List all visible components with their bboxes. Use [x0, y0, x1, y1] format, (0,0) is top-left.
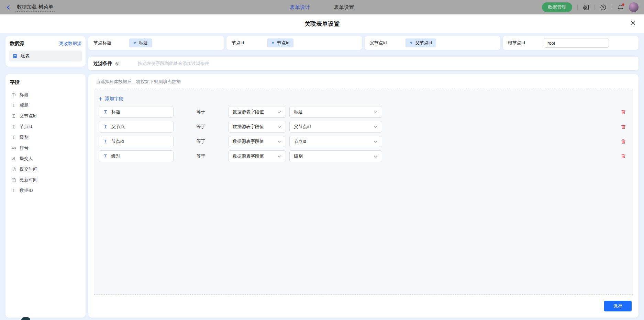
field-item[interactable]: 级别 — [10, 132, 81, 142]
divider — [595, 4, 595, 10]
fields-card: 字段 标题 标题 父节点id — [5, 74, 86, 318]
divider — [577, 4, 578, 10]
rule-field-label: 父节点 — [111, 124, 125, 130]
back-icon[interactable] — [5, 4, 11, 10]
field-tag[interactable]: 标题 — [129, 38, 152, 47]
field-label: 数据ID — [20, 187, 33, 194]
field-item[interactable]: 标题 — [10, 89, 81, 100]
datasource-table-item[interactable]: 底表 — [9, 50, 82, 61]
rule-operator: 等于 — [174, 124, 228, 130]
text-icon — [11, 103, 16, 108]
rule-operator: 等于 — [174, 109, 228, 115]
notification-dot — [622, 3, 624, 6]
data-manage-button[interactable]: 数据管理 — [542, 2, 572, 12]
rule-operator: 等于 — [174, 138, 228, 145]
rule-row: 标题 等于 数据源表字段值 标题 — [99, 106, 626, 118]
person-icon — [11, 156, 16, 161]
field-item[interactable]: 父节点id — [10, 111, 81, 121]
field-item[interactable]: 更新时间 — [10, 174, 81, 185]
change-datasource-link[interactable]: 更改数据源 — [59, 41, 81, 47]
mapping-card: 父节点id 父节点id — [365, 36, 500, 50]
tab-form-design[interactable]: 表单设计 — [290, 4, 310, 11]
avatar[interactable] — [629, 2, 639, 12]
bell-icon[interactable] — [617, 4, 624, 11]
field-item[interactable]: 数据ID — [10, 185, 81, 196]
rule-source-select[interactable]: 数据源表字段值 — [228, 121, 286, 133]
field-item[interactable]: 123 序号 — [10, 142, 81, 153]
trash-icon[interactable] — [621, 153, 626, 159]
rules-hint: 当选择具体数据后，将按如下规则填充数据 — [88, 74, 639, 89]
rule-field[interactable]: 标题 — [99, 106, 174, 118]
caret-down-icon — [133, 42, 136, 45]
rule-value-select[interactable]: 父节点id — [289, 121, 382, 133]
mapping-card-root: 根节点Id — [503, 36, 639, 50]
save-button[interactable]: 保存 — [604, 301, 632, 311]
field-item[interactable]: 提交时间 — [10, 164, 81, 174]
topbar-tabs: 表单设计 表单设置 — [290, 0, 354, 14]
modal-body: 数据源 更改数据源 底表 字段 标题 — [0, 33, 644, 320]
trash-icon[interactable] — [621, 109, 626, 115]
rule-row: 级别 等于 数据源表字段值 级别 — [99, 150, 626, 162]
main-area: 节点标题 标题 节点id 节点id — [88, 36, 639, 318]
field-label: 提交人 — [20, 156, 33, 162]
field-item[interactable]: 提交人 — [10, 153, 81, 164]
field-item[interactable]: 标题 — [10, 100, 81, 111]
modal-footer: 保存 — [88, 295, 639, 318]
floating-widget[interactable] — [21, 317, 30, 320]
rule-source-select[interactable]: 数据源表字段值 — [228, 106, 286, 118]
mapping-row: 节点标题 标题 节点id 节点id — [88, 36, 639, 50]
field-label: 序号 — [20, 145, 29, 151]
rule-value-select[interactable]: 标题 — [289, 106, 382, 118]
text-icon — [11, 135, 16, 140]
sidebar: 数据源 更改数据源 底表 字段 标题 — [5, 36, 86, 318]
rules-panel: 添加字段 标题 等于 数据源表字段值 — [94, 89, 633, 295]
trash-icon[interactable] — [621, 139, 626, 144]
rule-source-select[interactable]: 数据源表字段值 — [228, 150, 286, 162]
field-label: 标题 — [20, 102, 29, 108]
modal-header: 关联表单设置 — [0, 14, 644, 33]
calendar-icon — [11, 178, 16, 182]
mapping-label: 节点标题 — [93, 40, 129, 46]
text-icon — [11, 124, 16, 129]
topbar: 数据加载-树菜单 表单设计 表单设置 数据管理 — [0, 0, 644, 14]
rule-operator: 等于 — [174, 153, 228, 159]
root-node-input[interactable] — [544, 38, 609, 48]
rule-field[interactable]: 级别 — [99, 150, 174, 162]
field-tag[interactable]: 节点id — [267, 38, 293, 47]
modal-title: 关联表单设置 — [304, 20, 340, 28]
chevron-down-icon — [277, 110, 281, 114]
field-item[interactable]: 节点id — [10, 121, 81, 132]
mapping-card: 节点标题 标题 — [88, 36, 224, 50]
tab-form-settings[interactable]: 表单设置 — [334, 4, 354, 11]
topbar-left: 数据加载-树菜单 — [5, 3, 55, 12]
field-label: 父节点id — [20, 113, 36, 119]
input-text-icon — [103, 124, 108, 129]
rule-row: 节点id 等于 数据源表字段值 节点id — [99, 136, 626, 147]
chevron-down-icon — [373, 139, 378, 144]
field-label: 提交时间 — [20, 166, 37, 172]
rule-value-select[interactable]: 级别 — [289, 150, 382, 162]
gear-icon[interactable] — [115, 61, 120, 66]
filter-card: 过滤条件 拖动左侧字段到此处来添加过滤条件 — [88, 57, 639, 70]
number-icon: 123 — [11, 146, 16, 149]
divider — [612, 4, 612, 10]
text-icon — [11, 188, 16, 193]
add-field-button[interactable]: 添加字段 — [98, 96, 123, 102]
caret-down-icon — [410, 42, 413, 45]
text-icon — [11, 114, 16, 118]
rule-value-select[interactable]: 节点id — [289, 136, 382, 147]
help-icon[interactable] — [600, 4, 607, 11]
field-tag-label: 标题 — [139, 40, 148, 46]
rule-field[interactable]: 父节点 — [99, 121, 174, 133]
rule-source-select[interactable]: 数据源表字段值 — [228, 136, 286, 147]
field-tag[interactable]: 父节点id — [406, 38, 436, 47]
contacts-icon[interactable] — [583, 4, 589, 11]
input-text-icon — [103, 139, 108, 144]
trash-icon[interactable] — [621, 124, 626, 129]
rule-field[interactable]: 节点id — [99, 136, 174, 147]
mapping-label: 节点id — [232, 40, 267, 46]
close-icon[interactable] — [630, 20, 636, 27]
mapping-label: 父节点id — [370, 40, 406, 46]
page-title[interactable]: 数据加载-树菜单 — [15, 3, 55, 12]
filter-label: 过滤条件 — [93, 60, 112, 67]
